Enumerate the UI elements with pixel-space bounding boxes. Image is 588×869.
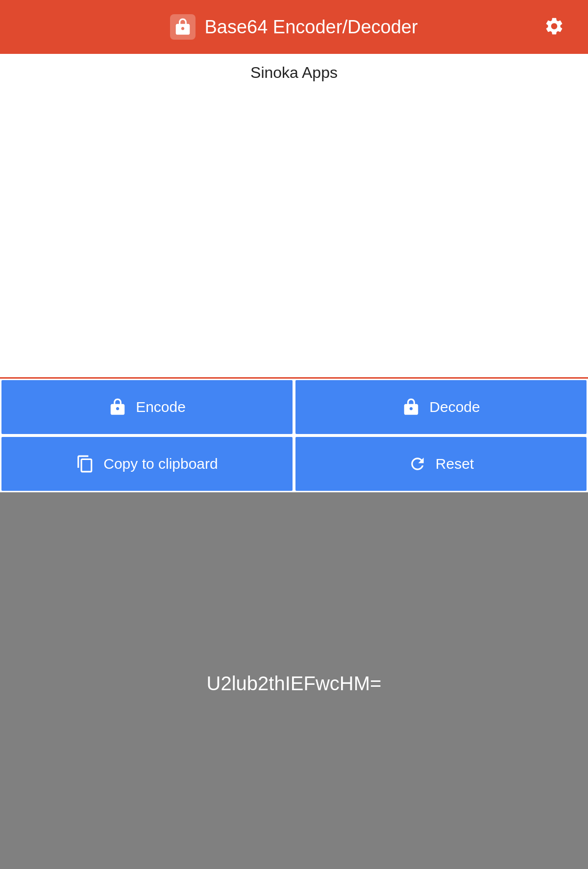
encode-lock-icon <box>108 398 127 416</box>
output-text: U2lub2thIEFwcHM= <box>207 673 382 695</box>
settings-button[interactable] <box>540 12 568 42</box>
reset-button[interactable]: Reset <box>295 437 587 491</box>
text-input[interactable] <box>0 54 588 377</box>
app-header: Base64 Encoder/Decoder <box>0 0 588 54</box>
copy-button[interactable]: Copy to clipboard <box>1 437 293 491</box>
gear-icon <box>544 16 564 37</box>
app-lock-icon <box>173 18 192 36</box>
buttons-row-1: Encode Decode <box>0 379 588 435</box>
input-area <box>0 54 588 379</box>
encode-button[interactable]: Encode <box>1 380 293 434</box>
decode-lock-icon <box>402 398 420 416</box>
encode-label: Encode <box>136 399 186 415</box>
reset-label: Reset <box>436 456 474 472</box>
buttons-row-2: Copy to clipboard Reset <box>0 435 588 492</box>
copy-label: Copy to clipboard <box>103 456 218 472</box>
decode-button[interactable]: Decode <box>295 380 587 434</box>
header-title-group: Base64 Encoder/Decoder <box>170 14 417 40</box>
buttons-area: Encode Decode Copy to clipboard Reset <box>0 379 588 492</box>
refresh-icon <box>408 455 427 473</box>
app-title: Base64 Encoder/Decoder <box>204 17 417 38</box>
copy-icon <box>76 455 95 473</box>
app-icon <box>170 14 196 40</box>
decode-label: Decode <box>429 399 480 415</box>
output-area: U2lub2thIEFwcHM= <box>0 492 588 869</box>
